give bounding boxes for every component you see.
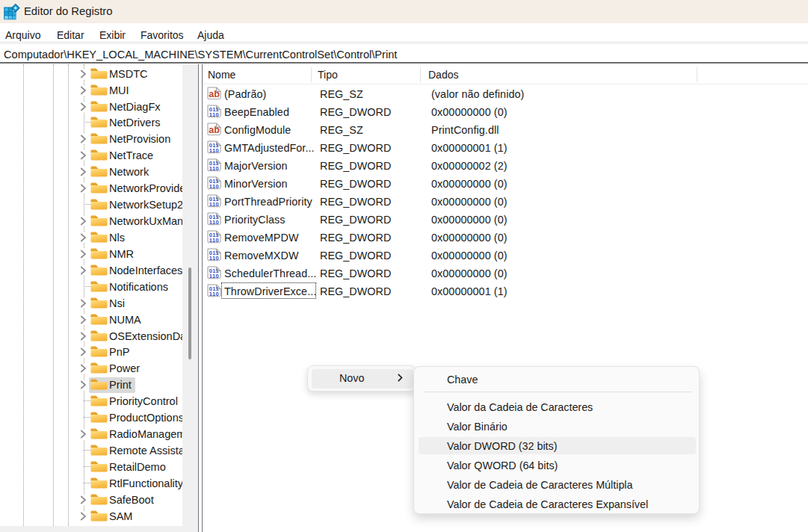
- svg-text:ab: ab: [209, 124, 220, 134]
- svg-text:110: 110: [209, 200, 219, 207]
- svg-text:110: 110: [209, 111, 219, 117]
- svg-text:ab: ab: [209, 88, 220, 99]
- svg-text:110: 110: [209, 164, 219, 171]
- svg-text:110: 110: [209, 218, 219, 225]
- svg-text:110: 110: [209, 236, 219, 243]
- svg-text:110: 110: [209, 290, 219, 297]
- svg-text:110: 110: [209, 272, 219, 279]
- svg-text:110: 110: [209, 146, 219, 153]
- svg-text:110: 110: [209, 182, 219, 189]
- svg-text:110: 110: [209, 254, 219, 261]
